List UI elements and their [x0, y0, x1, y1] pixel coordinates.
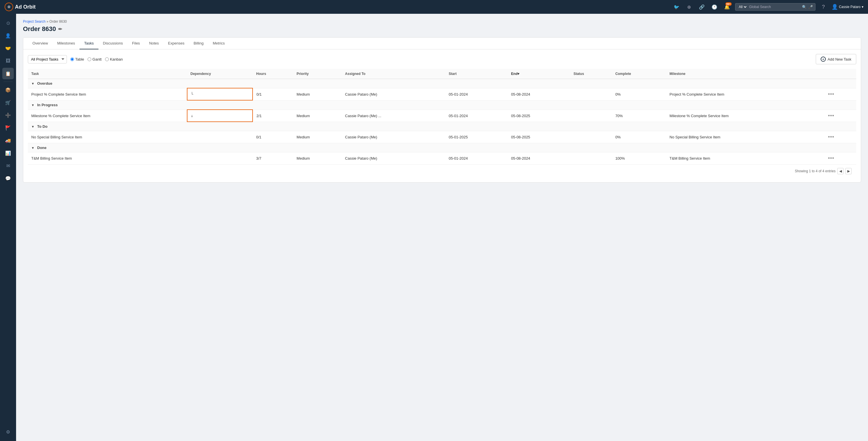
page-title: Order 8630 ✏ [23, 25, 861, 33]
sidebar-item-shop[interactable]: 🛒 [2, 97, 14, 108]
sidebar-item-messages[interactable]: ✉ [2, 160, 14, 171]
tab-files[interactable]: Files [127, 38, 144, 49]
task-filter-select[interactable]: All Project Tasks My Tasks Overdue In Pr… [28, 55, 67, 63]
view-kanban-option[interactable]: Kanban [105, 57, 123, 61]
sidebar-item-media[interactable]: 🖼 [2, 55, 14, 67]
tab-milestones[interactable]: Milestones [53, 38, 80, 49]
tab-expenses[interactable]: Expenses [163, 38, 189, 49]
view-gantt-label: Gantt [92, 57, 102, 61]
actions-menu-icon[interactable]: ••• [828, 91, 834, 97]
search-filter-select[interactable]: All [738, 5, 747, 9]
emoji-icon[interactable]: 🐦 [672, 2, 681, 11]
tab-discussions[interactable]: Discussions [98, 38, 127, 49]
task-assigned: Cassie Pataro (Me) [342, 152, 445, 165]
task-status [570, 110, 612, 122]
sidebar-item-contacts[interactable]: 👤 [2, 30, 14, 41]
task-end: 05-08-2025 [508, 110, 570, 122]
pagination-prev-btn[interactable]: ◀ [837, 168, 844, 174]
actions-menu-icon[interactable]: ••• [828, 113, 834, 119]
dependency-cell [187, 131, 253, 143]
task-priority: Medium [293, 152, 342, 165]
view-gantt-option[interactable]: Gantt [88, 57, 102, 61]
pagination-next-btn[interactable]: ▶ [845, 168, 851, 174]
task-priority: Medium [293, 110, 342, 122]
app-name: Ad Orbit [15, 4, 36, 10]
add-task-label: Add New Task [828, 57, 851, 61]
actions-menu-icon[interactable]: ••• [828, 134, 834, 140]
col-milestone: Milestone [666, 69, 825, 79]
task-actions[interactable]: ••• [825, 131, 856, 143]
sidebar-item-add[interactable]: ➕ [2, 109, 14, 121]
task-start: 05-01-2024 [445, 88, 507, 100]
app-logo[interactable]: ⊙ Ad Orbit [5, 3, 36, 11]
col-start: Start [445, 69, 507, 79]
dependency-cell [187, 152, 253, 165]
group-done: ▼ Done [28, 143, 856, 152]
task-name: No Special Billing Service Item [28, 131, 187, 143]
group-overdue: ▼ Overdue [28, 79, 856, 88]
group-todo-arrow[interactable]: ▼ [31, 125, 34, 128]
task-hours: 0/1 [253, 88, 293, 100]
topnav: ⊙ Ad Orbit 🐦 ⊕ 🔗 🕐 🔔 99+ All 🔍 🎤 ? 👤 Cas… [0, 0, 868, 14]
sidebar-item-home[interactable]: ⊙ [2, 17, 14, 29]
group-overdue-arrow[interactable]: ▼ [31, 82, 34, 85]
task-hours: 2/1 [253, 110, 293, 122]
notification-badge: 99+ [725, 2, 732, 6]
global-search-input[interactable] [749, 5, 800, 9]
view-gantt-radio[interactable] [88, 57, 91, 61]
group-inprogress-arrow[interactable]: ▼ [31, 104, 34, 107]
tab-billing[interactable]: Billing [189, 38, 208, 49]
tab-tasks[interactable]: Tasks [80, 38, 98, 49]
sidebar-item-chat[interactable]: 💬 [2, 173, 14, 184]
task-complete: 70% [612, 110, 666, 122]
search-icon[interactable]: 🔍 [802, 5, 807, 9]
notification-icon[interactable]: 🔔 99+ [722, 2, 732, 11]
sidebar-item-reports[interactable]: 📊 [2, 147, 14, 159]
view-table-option[interactable]: Table [70, 57, 84, 61]
col-dependency: Dependency [187, 69, 253, 79]
group-inprogress-label: ▼ In Progress [28, 100, 856, 110]
help-icon[interactable]: ? [819, 2, 828, 11]
group-inprogress: ▼ In Progress [28, 100, 856, 110]
task-status [570, 152, 612, 165]
tasks-tbody: ▼ Overdue Project % Complete Service Ite… [28, 79, 856, 165]
col-task: Task [28, 69, 187, 79]
sidebar-item-partnerships[interactable]: 🤝 [2, 42, 14, 54]
view-table-radio[interactable] [70, 57, 74, 61]
group-todo: ▼ To Do [28, 122, 856, 131]
tabs-header: Overview Milestones Tasks Discussions Fi… [23, 38, 861, 49]
tab-notes[interactable]: Notes [144, 38, 163, 49]
link-icon[interactable]: 🔗 [697, 2, 706, 11]
task-status [570, 131, 612, 143]
task-priority: Medium [293, 88, 342, 100]
group-done-arrow[interactable]: ▼ [31, 146, 34, 150]
task-hours: 3/7 [253, 152, 293, 165]
add-task-button[interactable]: + Add New Task [816, 54, 856, 64]
task-milestone: No Special Billing Service Item [666, 131, 825, 143]
edit-title-icon[interactable]: ✏ [58, 26, 62, 32]
sidebar-item-settings[interactable]: ⚙ [2, 426, 14, 438]
sidebar-item-delivery[interactable]: 🚚 [2, 135, 14, 146]
add-icon[interactable]: ⊕ [685, 2, 694, 11]
view-kanban-radio[interactable] [105, 57, 109, 61]
user-menu[interactable]: 👤 Cassie Pataro ▾ [832, 4, 863, 10]
task-actions[interactable]: ••• [825, 110, 856, 122]
task-actions[interactable]: ••• [825, 88, 856, 100]
actions-menu-icon[interactable]: ••• [828, 155, 834, 161]
tasks-tab-content: All Project Tasks My Tasks Overdue In Pr… [23, 49, 861, 182]
col-hours: Hours [253, 69, 293, 79]
tab-overview[interactable]: Overview [28, 38, 53, 49]
tab-metrics[interactable]: Metrics [208, 38, 229, 49]
clock-icon[interactable]: 🕐 [710, 2, 719, 11]
voice-icon[interactable]: 🎤 [808, 5, 813, 9]
group-done-label: ▼ Done [28, 143, 856, 152]
page-title-text: Order 8630 [23, 25, 56, 33]
group-todo-label: ▼ To Do [28, 122, 856, 131]
sidebar-item-orders[interactable]: 📋 [2, 68, 14, 79]
task-complete: 100% [612, 152, 666, 165]
sidebar-item-flags[interactable]: 🚩 [2, 122, 14, 134]
task-actions[interactable]: ••• [825, 152, 856, 165]
dependency-cell: └ [187, 88, 253, 100]
breadcrumb-link[interactable]: Project Search [23, 20, 45, 24]
sidebar-item-inventory[interactable]: 📦 [2, 84, 14, 96]
